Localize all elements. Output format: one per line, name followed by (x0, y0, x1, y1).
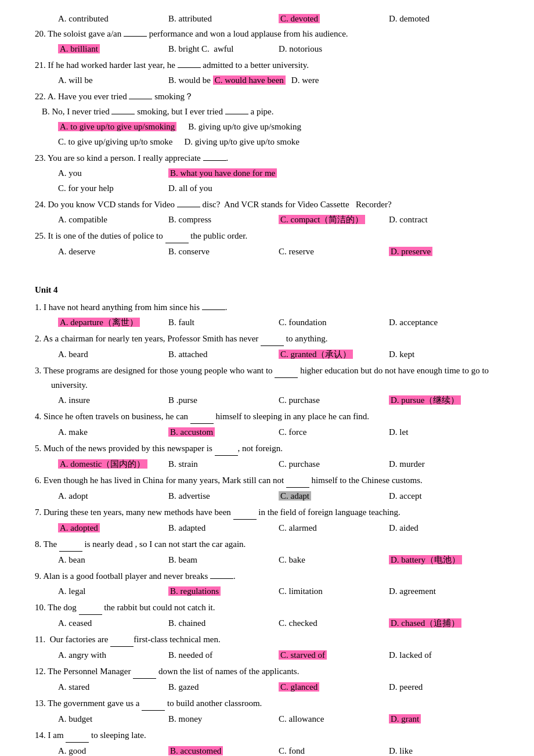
u4-q14: 14. I am to sleeping late. A. good B. ac… (35, 728, 499, 756)
q22-b-text: B. No, I never tried smoking, but I ever… (35, 105, 499, 118)
u4-q14-options: A. good B. accustomed C. fond D. like (35, 744, 499, 756)
option-b: B. attributed (168, 12, 273, 26)
u4-q4-d: D. let (389, 425, 493, 439)
u4-q10-a: A. ceased (58, 616, 163, 630)
u4-q6-b: B. advertise (168, 489, 273, 503)
q22-options-1: A. to give up/to give up/smoking B. givi… (35, 120, 499, 134)
u4-q2: 2. As a chairman for nearly ten years, P… (35, 332, 499, 361)
u4-q12-d: D. peered (389, 680, 493, 694)
u4-q6-c-highlight: C. adapt (279, 491, 311, 501)
u4-q8: 8. The is nearly dead , so I can not sta… (35, 537, 499, 567)
q23-options-2: C. for your help D. all of you (35, 181, 499, 195)
option-d: D. demoted (389, 12, 493, 26)
u4-q7-c: C. alarmed (279, 521, 383, 535)
u4-q3: 3. These programs are designed for those… (35, 363, 499, 407)
u4-q8-d-highlight: D. battery（电池） (389, 555, 462, 564)
u4-q12-options: A. stared B. gazed C. glanced D. peered (35, 680, 499, 694)
u4-q7: 7. During these ten years, many new meth… (35, 505, 499, 535)
u4-q14-c: C. fond (279, 744, 383, 756)
q21-c-highlight: C. would have been (213, 75, 286, 85)
u4-q11-c: C. starved of (279, 648, 383, 662)
u4-q1-text: 1. I have not heard anything from him si… (35, 300, 499, 314)
q21: 21. If he had worked harder last year, h… (35, 58, 499, 87)
u4-q11-text: 11. Our factories are first-class techni… (35, 632, 499, 647)
u4-q6-text: 6. Even though he has lived in China for… (35, 473, 499, 488)
u4-q13: 13. The government gave us a to build an… (35, 696, 499, 726)
q24-c: C. compact（简洁的） (279, 213, 383, 226)
u4-q1-a-highlight: A. departure（离世） (58, 318, 140, 327)
u4-q2-c-highlight: C. granted（承认） (279, 350, 353, 359)
q21-d: D. were (291, 73, 396, 87)
u4-q9-options: A. legal B. regulations C. limitation D.… (35, 584, 499, 598)
u4-q1-d: D. acceptance (389, 315, 493, 329)
u4-q3-d-highlight: D. pursue（继续） (389, 395, 461, 405)
u4-q8-a: A. bean (58, 553, 163, 567)
u4-q5: 5. Much of the news provided by this new… (35, 441, 499, 471)
u4-q4-b-highlight: B. accustom (168, 427, 215, 437)
u4-q5-d: D. murder (389, 457, 493, 471)
u4-q5-options: A. domestic（国内的） B. strain C. purchase D… (35, 457, 499, 471)
option-a: A. contributed (58, 12, 163, 26)
u4-q12-c-highlight: C. glanced (279, 682, 319, 692)
u4-q9-b: B. regulations (168, 584, 273, 598)
u4-q6-options: A. adopt B. advertise C. adapt D. accept (35, 489, 499, 503)
u4-q1-options: A. departure（离世） B. fault C. foundation … (35, 315, 499, 329)
u4-q2-text: 2. As a chairman for nearly ten years, P… (35, 332, 499, 346)
q25-a: A. deserve (58, 244, 163, 258)
u4-q7-a: A. adopted (58, 521, 163, 535)
u4-q13-b: B. money (168, 712, 273, 726)
q22-b: B. giving up/to give up/smoking (188, 120, 301, 134)
q22: 22. A. Have you ever tried smoking？ B. N… (35, 89, 499, 149)
q25-options: A. deserve B. conserve C. reserve D. pre… (35, 244, 499, 258)
u4-q7-d: D. aided (389, 521, 493, 535)
q24-options: A. compatible B. compress C. compact（简洁的… (35, 213, 499, 226)
q22-options-2: C. to give up/giving up/to smoke D. givi… (35, 135, 499, 149)
u4-q2-options: A. beard B. attached C. granted（承认） D. k… (35, 347, 499, 361)
u4-q3-d: D. pursue（继续） (389, 393, 493, 407)
u4-q4-text: 4. Since he often travels on business, h… (35, 409, 499, 424)
u4-q9-text: 9. Alan is a good football player and ne… (35, 569, 499, 583)
q20-options: A. brilliant B. bright C. awful D. notor… (35, 42, 499, 56)
q21-text: 21. If he had worked harder last year, h… (35, 58, 499, 72)
u4-q8-c: C. bake (279, 553, 383, 567)
u4-q4-c: C. force (279, 425, 383, 439)
u4-q14-b: B. accustomed (168, 744, 273, 756)
u4-q6-a: A. adopt (58, 489, 163, 503)
q20-d: D. notorious (279, 42, 383, 56)
q25-b: B. conserve (168, 244, 273, 258)
q24-b: B. compress (168, 213, 273, 226)
u4-q1: 1. I have not heard anything from him si… (35, 300, 499, 329)
u4-q10-text: 10. The dog the rabbit but could not cat… (35, 600, 499, 615)
u4-q5-a: A. domestic（国内的） (58, 457, 163, 471)
u4-q13-options: A. budget B. money C. allowance D. grant (35, 712, 499, 726)
quiz-content: A. contributed B. attributed C. devoted … (35, 12, 499, 756)
u4-q3-c: C. purchase (279, 393, 383, 407)
u4-q13-d: D. grant (389, 712, 493, 726)
u4-q14-text: 14. I am to sleeping late. (35, 728, 499, 743)
u4-q11-c-highlight: C. starved of (279, 650, 327, 660)
q24-a: A. compatible (58, 213, 163, 226)
q24-c-highlight: C. compact（简洁的） (279, 215, 365, 224)
q24: 24. Do you know VCD stands for Video dis… (35, 197, 499, 226)
u4-q1-c: C. foundation (279, 315, 383, 329)
u4-q7-a-highlight: A. adopted (58, 523, 100, 532)
q25-c: C. reserve (279, 244, 383, 258)
u4-q2-d: D. kept (389, 347, 493, 361)
u4-q8-d: D. battery（电池） (389, 553, 493, 567)
u4-q2-c: C. granted（承认） (279, 347, 383, 361)
u4-q12-b: B. gazed (168, 680, 273, 694)
u4-q9-a: A. legal (58, 584, 163, 598)
u4-q12: 12. The Personnel Manager down the list … (35, 664, 499, 694)
u4-q12-text: 12. The Personnel Manager down the list … (35, 664, 499, 679)
u4-q6-d: D. accept (389, 489, 493, 503)
q21-a: A. will be (58, 73, 163, 87)
q23-c: C. for your help (58, 181, 163, 195)
u4-q9-d: D. agreement (389, 584, 493, 598)
u4-q4-b: B. accustom (168, 425, 273, 439)
u4-q6-c: C. adapt (279, 489, 383, 503)
q22-a-highlight: A. to give up/to give up/smoking (58, 122, 176, 131)
u4-q1-b: B. fault (168, 315, 273, 329)
u4-q10-c: C. checked (279, 616, 383, 630)
q25-d-highlight: D. preserve (389, 247, 432, 256)
q22-text: 22. A. Have you ever tried smoking？ (35, 89, 499, 103)
